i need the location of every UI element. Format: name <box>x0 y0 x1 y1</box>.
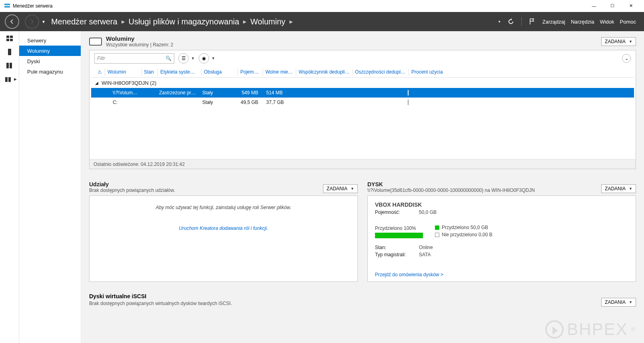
unallocated-swatch <box>435 233 439 237</box>
save-query-button[interactable]: ◉ <box>199 53 209 64</box>
nav-history-dropdown[interactable]: ▼ <box>42 20 46 24</box>
menu-tools[interactable]: Narzędzia <box>571 19 594 25</box>
sidebar-item-disks[interactable]: Dyski <box>19 56 81 66</box>
expand-button[interactable]: ⌄ <box>622 54 631 63</box>
maximize-button[interactable]: ☐ <box>603 0 622 12</box>
refresh-button[interactable] <box>506 17 516 26</box>
column-free[interactable]: Wolne miejsce <box>263 69 296 75</box>
breadcrumb-item[interactable]: Usługi plików i magazynowania <box>129 17 239 26</box>
search-icon[interactable]: 🔍 <box>165 56 171 61</box>
svg-rect-5 <box>10 39 13 41</box>
iscsi-section: Dyski wirtualne iSCSI Brak dostępnych po… <box>89 293 636 307</box>
group-row[interactable]: ◢WIN-IH8O0F3QDJN (2) <box>90 78 636 88</box>
breadcrumb-item[interactable]: Woluminy <box>250 17 285 26</box>
add-roles-link[interactable]: Uruchom Kreatora dodawania ról i funkcji… <box>97 225 350 231</box>
svg-rect-9 <box>5 77 8 82</box>
column-label[interactable]: Etykieta systemu p... <box>158 69 201 75</box>
disk-section: DYSK \\?\Volume{35d61cfb-0000-0000-0000-… <box>367 181 636 282</box>
iscsi-title: Dyski wirtualne iSCSI <box>89 293 232 299</box>
iscsi-subtitle: Brak dostępnych powiązanych wirtualnych … <box>89 301 232 306</box>
column-state[interactable]: Stan <box>142 69 158 75</box>
icon-strip: ▶ <box>0 31 19 343</box>
column-warning-icon[interactable]: ⚠ <box>95 69 105 75</box>
tasks-button[interactable]: ZADANIA▼ <box>323 184 358 193</box>
tasks-button[interactable]: ZADANIA▼ <box>601 298 636 307</box>
filter-input[interactable]: Filtr🔍 <box>94 53 174 64</box>
local-server-icon[interactable] <box>3 47 16 57</box>
file-storage-icon[interactable]: ▶ <box>1 74 18 84</box>
volume-row[interactable]: \\?\Volume{35... Zastrzeżone przez... St… <box>91 88 634 98</box>
column-dedup-rate[interactable]: Współczynnik deduplikacji <box>296 69 352 75</box>
collapse-icon[interactable]: ◢ <box>95 81 98 85</box>
volume-icon <box>89 38 102 46</box>
sidebar-item-volumes[interactable]: Woluminy <box>19 46 81 56</box>
svg-rect-7 <box>6 63 9 68</box>
usage-bar <box>408 90 409 96</box>
disk-name: VBOX HARDDISK <box>375 201 628 208</box>
allocation-legend: Przydzielono 50,0 GB Nie przydzielono 0,… <box>435 225 628 237</box>
svg-rect-0 <box>4 4 10 5</box>
column-capacity[interactable]: Pojemność <box>238 69 263 75</box>
column-volume[interactable]: Wolumin <box>105 69 141 75</box>
svg-rect-10 <box>8 77 11 82</box>
all-servers-icon[interactable] <box>3 61 16 70</box>
volumes-panel: Filtr🔍 ☰▼ ◉▼ ⌄ ⚠ Wolumin Stan Etykieta s… <box>89 50 636 169</box>
column-provisioning[interactable]: Obsługa <box>201 69 237 75</box>
svg-rect-1 <box>4 6 10 8</box>
titlebar: Menedżer serwera — ☐ ✕ <box>0 0 644 12</box>
close-button[interactable]: ✕ <box>622 0 640 12</box>
notifications-flag-icon[interactable] <box>527 17 537 26</box>
column-dedup-savings[interactable]: Oszczędności deduplikacji <box>353 69 409 75</box>
sidebar-item-servers[interactable]: Serwery <box>19 35 81 46</box>
tasks-button[interactable]: ZADANIA▼ <box>601 37 636 46</box>
menu-manage[interactable]: Zarządzaj <box>542 19 565 25</box>
chevron-right-icon[interactable]: ▶ <box>122 19 125 24</box>
shares-section: Udziały Brak dostępnych powiązanych udzi… <box>89 181 358 282</box>
minimize-button[interactable]: — <box>585 0 603 12</box>
volumes-subtitle: Wszystkie woluminy | Razem: 2 <box>106 42 173 48</box>
window-title: Menedżer serwera <box>13 3 585 9</box>
allocated-swatch <box>435 225 439 230</box>
disk-panel: VBOX HARDDISK Pojemność:50,0 GB Przydzie… <box>367 195 636 282</box>
menu-view[interactable]: Widok <box>600 19 614 25</box>
chevron-right-icon[interactable]: ▶ <box>243 19 246 24</box>
usage-bar <box>408 100 409 105</box>
svg-rect-6 <box>8 49 11 55</box>
dropdown-icon[interactable]: ▼ <box>191 56 195 60</box>
dropdown-icon[interactable]: ▾ <box>498 20 500 24</box>
volumes-title: Woluminy <box>106 35 173 42</box>
shares-panel: Aby móc używać tej funkcji, zainstaluj u… <box>89 195 358 282</box>
volumes-header: Woluminy Wszystkie woluminy | Razem: 2 Z… <box>89 35 636 48</box>
divider <box>521 17 522 26</box>
chevron-right-icon[interactable]: ▶ <box>289 19 293 24</box>
back-button[interactable] <box>5 14 19 29</box>
allocation-bar <box>375 233 423 238</box>
last-refresh: Ostatnio odświeżone: 04.12.2019 20:31:42 <box>90 159 636 169</box>
shares-title: Udziały <box>89 181 175 187</box>
volume-row[interactable]: C: Stały 49,5 GB 37,7 GB <box>91 98 634 107</box>
forward-button[interactable] <box>25 14 39 29</box>
svg-rect-4 <box>6 39 9 41</box>
tasks-button[interactable]: ZADANIA▼ <box>601 184 636 193</box>
sidebar: Serwery Woluminy Dyski Pule magazynu <box>19 31 81 343</box>
svg-rect-8 <box>10 63 12 68</box>
svg-rect-2 <box>6 36 9 38</box>
breadcrumb: Menedżer serwera ▶ Usługi plików i magaz… <box>51 17 293 26</box>
shares-subtitle: Brak dostępnych powiązanych udziałów. <box>89 187 175 193</box>
disks-overview-link[interactable]: Przejdź do omówienia dysków > <box>375 272 443 277</box>
disk-subtitle: \\?\Volume{35d61cfb-0000-0000-0000-10000… <box>367 187 535 193</box>
view-options-button[interactable]: ☰ <box>178 53 189 64</box>
column-usage[interactable]: Procent użycia <box>409 69 457 75</box>
volumes-toolbar: Filtr🔍 ☰▼ ◉▼ ⌄ <box>90 50 636 66</box>
dashboard-icon[interactable] <box>3 34 16 43</box>
main-content: Woluminy Wszystkie woluminy | Razem: 2 Z… <box>81 31 644 343</box>
command-bar: ▼ Menedżer serwera ▶ Usługi plików i mag… <box>0 12 644 31</box>
sidebar-item-storage-pools[interactable]: Pule magazynu <box>19 66 81 77</box>
menu-help[interactable]: Pomoc <box>620 19 636 25</box>
server-manager-icon <box>4 3 10 9</box>
disk-title: DYSK <box>367 181 535 187</box>
grid-header: ⚠ Wolumin Stan Etykieta systemu p... Obs… <box>91 66 634 78</box>
breadcrumb-item[interactable]: Menedżer serwera <box>51 17 118 26</box>
dropdown-icon[interactable]: ▼ <box>211 56 215 60</box>
shares-message: Aby móc używać tej funkcji, zainstaluj u… <box>97 205 350 210</box>
